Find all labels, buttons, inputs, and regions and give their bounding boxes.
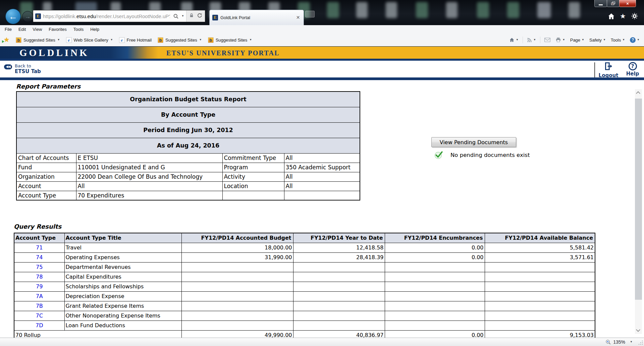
help-button[interactable]: ? Help bbox=[622, 62, 643, 77]
account-type-link[interactable]: 79 bbox=[36, 283, 43, 290]
amount-cell bbox=[485, 291, 595, 301]
browser-tab[interactable]: E GoldLink Portal ✕ bbox=[209, 10, 304, 25]
menu-item-help[interactable]: Help bbox=[87, 25, 103, 34]
account-type-title-cell: Grant Related Expense Items bbox=[64, 301, 181, 311]
command-bar: ▼ ▼ ▼ Page▼ Safety▼ Tools▼ ?▼ bbox=[508, 34, 641, 46]
bing-icon: b bbox=[158, 37, 163, 43]
query-column-header: Account Type Title bbox=[64, 233, 181, 243]
favorites-item[interactable]: eWeb Slice Gallery▼ bbox=[63, 36, 116, 44]
feeds-button[interactable]: ▼ bbox=[526, 37, 537, 43]
back-to-etsu-link[interactable]: ◀◀ Back to ETSU Tab bbox=[4, 63, 41, 74]
query-column-header: Account Type bbox=[14, 233, 64, 243]
account-type-link[interactable]: 7A bbox=[36, 293, 43, 299]
report-title-row: Organization Budget Status Report bbox=[16, 92, 360, 107]
amount-cell bbox=[181, 272, 293, 282]
menu-item-favorites[interactable]: Favorites bbox=[45, 25, 70, 34]
query-result-row: 7BGrant Related Expense Items bbox=[14, 301, 595, 311]
new-tab-stub[interactable] bbox=[305, 11, 315, 17]
amount-cell bbox=[385, 321, 485, 330]
tools-menu[interactable]: Tools▼ bbox=[610, 37, 626, 43]
add-favorite-star-icon: ★ bbox=[4, 36, 9, 44]
goldlink-logo: GOLDLINK bbox=[19, 47, 89, 59]
address-bar[interactable]: E https://goldlink.etsu.edu/render.UserL… bbox=[33, 10, 205, 22]
parameter-value: All bbox=[284, 181, 360, 191]
tab-close-button[interactable]: ✕ bbox=[295, 15, 301, 20]
mail-button[interactable] bbox=[543, 37, 551, 43]
back-button[interactable]: ← bbox=[5, 9, 21, 24]
scroll-up-button[interactable] bbox=[636, 91, 640, 96]
desktop-icon bbox=[477, 2, 489, 18]
page-menu[interactable]: Page▼ bbox=[569, 37, 585, 43]
menu-item-file[interactable]: File bbox=[1, 25, 15, 34]
window-minimize-button[interactable] bbox=[594, 0, 607, 7]
tab-favicon: E bbox=[212, 15, 218, 20]
parameter-value: All bbox=[284, 153, 360, 163]
safety-menu[interactable]: Safety▼ bbox=[588, 37, 607, 43]
resize-grip-icon[interactable] bbox=[638, 340, 643, 345]
account-type-link[interactable]: 74 bbox=[36, 254, 43, 261]
account-type-link[interactable]: 75 bbox=[36, 264, 43, 270]
amount-cell bbox=[181, 282, 293, 291]
logout-button[interactable]: Logout bbox=[598, 62, 619, 78]
amount-cell bbox=[293, 262, 385, 272]
home-icon[interactable] bbox=[607, 12, 615, 20]
tab-title: GoldLink Portal bbox=[220, 15, 293, 20]
menu-item-edit[interactable]: Edit bbox=[15, 25, 29, 34]
zoom-control[interactable]: 135% ▼ bbox=[605, 339, 633, 345]
help-menu[interactable]: ?▼ bbox=[629, 37, 641, 44]
dropdown-caret-icon: ▼ bbox=[57, 39, 60, 41]
parameter-value: E ETSU bbox=[76, 153, 222, 163]
settings-gear-icon[interactable] bbox=[631, 12, 639, 20]
view-pending-documents-button[interactable]: View Pending Documents bbox=[431, 137, 516, 147]
account-type-cell: 7D bbox=[14, 321, 64, 330]
search-icon[interactable] bbox=[172, 11, 179, 21]
refresh-button[interactable] bbox=[197, 13, 202, 20]
account-type-link[interactable]: 71 bbox=[36, 244, 43, 251]
favorites-item[interactable]: eFree Hotmail bbox=[116, 36, 155, 44]
parameter-label: Program bbox=[222, 163, 284, 172]
favorites-item[interactable]: bSuggested Sites▼ bbox=[13, 36, 63, 44]
desktop-icon bbox=[507, 2, 519, 18]
report-parameter-row: Fund110001 Undesignated E and GProgram35… bbox=[16, 163, 360, 172]
menu-item-view[interactable]: View bbox=[29, 25, 45, 34]
zoom-magnifier-icon bbox=[605, 339, 611, 345]
search-dropdown-caret-icon[interactable]: ▼ bbox=[181, 15, 184, 17]
window-restore-button[interactable] bbox=[607, 0, 620, 7]
query-column-header: FY12/PD14 Year to Date bbox=[293, 233, 385, 243]
forward-button[interactable]: → bbox=[22, 11, 33, 22]
help-question-icon: ? bbox=[630, 37, 636, 43]
account-type-link[interactable]: 7B bbox=[36, 303, 43, 309]
print-button[interactable]: ▼ bbox=[554, 37, 566, 43]
parameter-label: Account bbox=[16, 181, 76, 191]
favorites-star-icon[interactable]: ★ bbox=[619, 12, 627, 20]
home-button[interactable]: ▼ bbox=[508, 37, 520, 43]
parameter-value bbox=[284, 191, 360, 200]
amount-cell bbox=[385, 272, 485, 282]
account-type-link[interactable]: 7D bbox=[36, 322, 43, 329]
scroll-down-button[interactable] bbox=[636, 328, 640, 332]
scrollbar-thumb[interactable] bbox=[635, 99, 642, 300]
dropdown-caret-icon: ▼ bbox=[637, 39, 640, 41]
dropdown-caret-icon: ▼ bbox=[199, 39, 202, 41]
url-text: https://goldlink.etsu.edu/render.UserLay… bbox=[43, 13, 170, 19]
menu-item-tools[interactable]: Tools bbox=[70, 25, 87, 34]
dropdown-caret-icon: ▼ bbox=[562, 39, 565, 41]
amount-cell bbox=[485, 311, 595, 321]
amount-cell bbox=[485, 282, 595, 291]
amount-cell bbox=[385, 291, 485, 301]
add-favorite-button[interactable]: ★ bbox=[3, 36, 11, 44]
favorites-item-label: Suggested Sites bbox=[216, 38, 248, 43]
favorites-item[interactable]: bSuggested Sites▼ bbox=[155, 36, 205, 44]
close-icon: × bbox=[626, 1, 629, 6]
parameter-label: Chart of Accounts bbox=[16, 153, 76, 163]
scrollbar-track[interactable] bbox=[635, 89, 642, 334]
parameter-value: 70 Expenditures bbox=[76, 191, 222, 200]
zoom-level: 135% bbox=[613, 339, 625, 345]
dropdown-caret-icon: ▼ bbox=[533, 39, 536, 41]
account-type-link[interactable]: 78 bbox=[36, 274, 43, 280]
window-close-button[interactable]: × bbox=[619, 0, 636, 7]
amount-cell bbox=[293, 272, 385, 282]
account-type-link[interactable]: 7C bbox=[36, 312, 43, 319]
amount-cell: 31,990.00 bbox=[181, 252, 293, 262]
favorites-item[interactable]: bSuggested Sites▼ bbox=[205, 36, 255, 44]
